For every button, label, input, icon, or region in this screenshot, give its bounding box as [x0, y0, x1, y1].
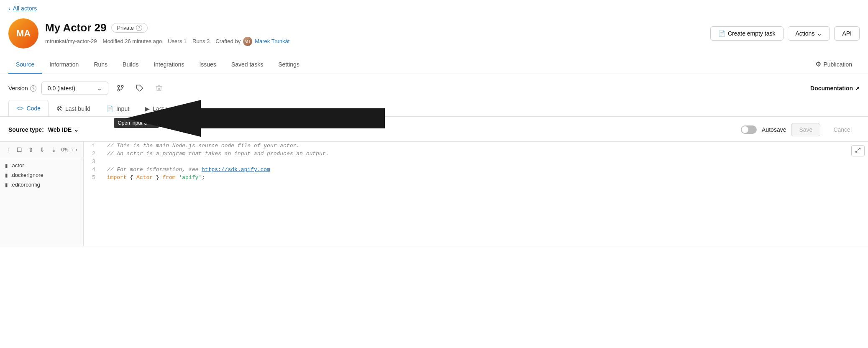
file-item-actor[interactable]: ▮ .actor	[0, 161, 83, 170]
tab-runs[interactable]: Runs	[86, 56, 115, 74]
actor-modified: Modified 26 minutes ago	[103, 38, 162, 44]
sub-tabs: <> Code 🛠 Last build 📄 Input Open input …	[0, 100, 868, 117]
version-select[interactable]: 0.0 (latest) ⌄	[41, 82, 108, 95]
sub-tab-last-run[interactable]: ▶ Last run	[137, 101, 182, 116]
api-button[interactable]: API	[834, 26, 860, 41]
file-tree-pct: 0%	[61, 147, 68, 153]
private-info-icon[interactable]: ?	[136, 25, 142, 31]
actor-header: MA My Actor 29 Private ? mtrunkat/my-act…	[0, 15, 868, 55]
expand-editor-button[interactable]	[851, 145, 865, 156]
new-file-button[interactable]: +	[3, 144, 13, 155]
folder-icon: ▮	[5, 163, 8, 169]
save-button[interactable]: Save	[791, 123, 820, 136]
code-line-4: 4 // For more information, see https://s…	[84, 166, 868, 174]
tab-saved-tasks[interactable]: Saved tasks	[224, 56, 271, 74]
autosave-area: Autosave Save Cancel	[741, 123, 860, 136]
source-type-row: Source type: Web IDE ⌄ Autosave Save Can…	[0, 117, 868, 142]
file-item-editorconfig[interactable]: ▮ .editorconfig	[0, 180, 83, 189]
tab-source[interactable]: Source	[8, 56, 42, 74]
actor-title-row: My Actor 29 Private ?	[45, 21, 704, 34]
source-type-label: Source type:	[8, 126, 44, 133]
chevron-left-icon: ‹	[8, 5, 10, 12]
chevron-down-icon: ⌄	[817, 30, 822, 37]
documentation-link[interactable]: Documentation ↗	[810, 85, 860, 92]
create-empty-task-button[interactable]: 📄 Create empty task	[710, 26, 784, 41]
tag-icon	[136, 84, 143, 92]
actor-slug: mtrunkat/my-actor-29	[45, 38, 97, 44]
file-tree-items: ▮ .actor ▮ .dockerignore ▮ .editorconfig	[0, 158, 83, 192]
new-folder-button[interactable]: ☐	[15, 144, 24, 155]
toggle-knob	[742, 126, 748, 133]
back-link-label: All actors	[13, 5, 37, 12]
version-info-icon[interactable]: ?	[30, 85, 36, 92]
file-tree: + ☐ ⇧ ⇩ ⇣ 0% ↦ ▮ .actor ▮ .dockerignore …	[0, 142, 84, 246]
code-line-3: 3	[84, 158, 868, 166]
autosave-label: Autosave	[762, 126, 786, 133]
chevron-down-icon: ⌄	[97, 85, 102, 92]
actor-name: My Actor 29	[45, 21, 106, 34]
cancel-button[interactable]: Cancel	[825, 123, 860, 136]
tabs-bar: Source Information Runs Builds Integrati…	[0, 55, 868, 74]
actor-info: My Actor 29 Private ? mtrunkat/my-actor-…	[45, 21, 704, 46]
sub-tab-input[interactable]: 📄 Input Open input O + I	[98, 101, 137, 116]
crafted-by: Crafted by MT Marek Trunkát	[215, 37, 289, 46]
file-item-dockerignore[interactable]: ▮ .dockerignore	[0, 170, 83, 180]
actions-button[interactable]: Actions ⌄	[788, 26, 830, 41]
chevron-down-icon: ⌄	[74, 126, 79, 133]
actor-runs: Runs 3	[192, 38, 210, 44]
private-badge: Private ?	[111, 23, 147, 33]
tab-publication[interactable]: ⚙ Publication	[808, 55, 860, 74]
tab-integrations[interactable]: Integrations	[146, 56, 192, 74]
header-actions: 📄 Create empty task Actions ⌄ API	[710, 26, 860, 41]
code-line-5: 5 import { Actor } from 'apify';	[84, 174, 868, 182]
external-link-icon: ↗	[855, 85, 860, 92]
delete-version-button[interactable]	[152, 82, 166, 95]
run-icon: ▶	[145, 105, 150, 112]
sub-tab-last-build[interactable]: 🛠 Last build	[49, 101, 98, 116]
code-lines: 1 // This is the main Node.js source cod…	[84, 142, 868, 182]
version-row: Version ? 0.0 (latest) ⌄ Documentation ↗	[0, 74, 868, 100]
git-branch-icon	[117, 84, 124, 92]
upload-button[interactable]: ⇧	[26, 144, 36, 155]
publication-icon: ⚙	[815, 60, 821, 68]
tab-issues[interactable]: Issues	[192, 56, 223, 74]
download-button[interactable]: ⇣	[49, 144, 59, 155]
code-line-1: 1 // This is the main Node.js source cod…	[84, 142, 868, 150]
svg-point-2	[118, 85, 120, 87]
expand-icon	[855, 147, 861, 153]
download-folder-button[interactable]: ⇩	[38, 144, 47, 155]
editor-container: + ☐ ⇧ ⇩ ⇣ 0% ↦ ▮ .actor ▮ .dockerignore …	[0, 142, 868, 246]
svg-line-7	[856, 151, 858, 152]
tab-builds[interactable]: Builds	[115, 56, 146, 74]
tab-settings[interactable]: Settings	[271, 56, 307, 74]
author-link[interactable]: Marek Trunkát	[255, 38, 289, 44]
build-icon: 🛠	[56, 105, 62, 112]
file-icon: ▮	[5, 172, 8, 178]
actor-meta: mtrunkat/my-actor-29 Modified 26 minutes…	[45, 37, 704, 46]
code-panel[interactable]: 1 // This is the main Node.js source cod…	[84, 142, 868, 246]
svg-line-6	[858, 148, 860, 150]
author-avatar: MT	[243, 37, 252, 46]
sub-tab-code[interactable]: <> Code	[8, 100, 49, 116]
document-icon: 📄	[718, 30, 725, 37]
avatar: MA	[8, 18, 38, 49]
trash-icon	[155, 84, 163, 92]
source-type-value[interactable]: Web IDE ⌄	[48, 126, 79, 133]
annotation-layer: <> Code 🛠 Last build 📄 Input Open input …	[0, 100, 868, 117]
collapse-button[interactable]: ↦	[70, 144, 80, 155]
tag-icon-button[interactable]	[133, 82, 147, 95]
input-icon: 📄	[106, 105, 113, 112]
code-icon: <>	[16, 105, 24, 112]
autosave-toggle[interactable]	[741, 125, 757, 134]
file-tree-toolbar: + ☐ ⇧ ⇩ ⇣ 0% ↦	[0, 142, 83, 158]
code-line-2: 2 // An actor is a program that takes an…	[84, 150, 868, 158]
version-label: Version ?	[8, 85, 36, 92]
file-icon: ▮	[5, 182, 8, 188]
branch-icon-button[interactable]	[113, 82, 128, 95]
tab-information[interactable]: Information	[42, 56, 86, 74]
svg-point-1	[121, 85, 123, 87]
actor-users: Users 1	[168, 38, 187, 44]
svg-point-0	[118, 89, 120, 91]
back-link[interactable]: ‹ All actors	[0, 0, 45, 15]
